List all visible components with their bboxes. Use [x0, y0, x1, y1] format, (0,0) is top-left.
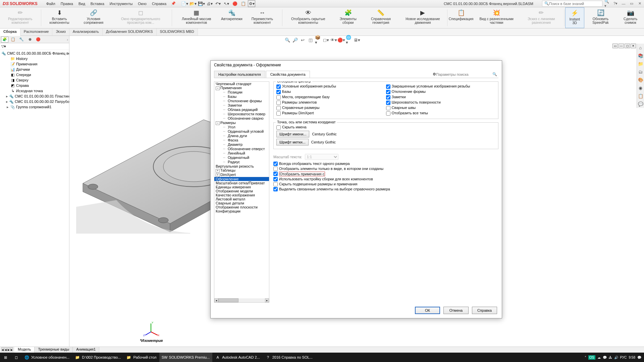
settings-tree-item[interactable]: Оформление [214, 177, 269, 181]
appearances-icon[interactable]: ◉ [637, 84, 644, 92]
ok-button[interactable]: ОК [415, 307, 440, 314]
taskbar-item[interactable]: 🌐Условное обозначен... [21, 353, 72, 362]
settings-tree-item[interactable]: ┈Базы [214, 95, 269, 99]
home-icon[interactable]: ⌂ [637, 44, 644, 52]
custom-props-icon[interactable]: 📋 [637, 92, 644, 100]
checkbox-input[interactable] [273, 167, 278, 171]
settings-tree-item[interactable]: −Примечания [214, 86, 269, 90]
settings-tree-item[interactable]: ┈Длина дуги [214, 134, 269, 138]
resources-icon[interactable]: 📚 [637, 52, 644, 60]
settings-tree-item[interactable]: ┈Ординатный угловой [214, 129, 269, 134]
ribbon-btn-7[interactable]: 👁Отобразить скрытые компоненты [283, 7, 333, 28]
option-checkbox[interactable]: Всегда отображать текст одного размера [273, 161, 498, 166]
settings-tree-item[interactable]: ┈Облака редакций [214, 108, 269, 112]
expand-arrow-icon[interactable]: › [67, 38, 68, 42]
tree-expand-icon[interactable]: + [216, 169, 220, 173]
settings-tree-item[interactable]: Листовой металл [214, 197, 269, 201]
tab-doc-properties[interactable]: Свойства документа [266, 71, 310, 78]
tray-cloud-icon[interactable]: ☁ [597, 356, 601, 359]
forum-icon[interactable]: 💬 [637, 100, 644, 108]
display-style-icon[interactable]: ◻▾ [323, 37, 329, 43]
dialog-search[interactable]: ⚙ 🔍 [431, 72, 498, 77]
scroll-right-icon[interactable]: ▸ [265, 298, 269, 302]
settings-tree-item[interactable]: ┈Обозначение отверст [214, 147, 269, 151]
bottom-tab-2[interactable]: Анимация1 [73, 347, 99, 353]
settings-tree-item[interactable]: −Размеры [214, 121, 269, 125]
knowledge-search[interactable]: 🔍 [542, 1, 602, 7]
settings-tree-item[interactable]: Единицы измерения [214, 185, 269, 189]
hide-names-checkbox[interactable]: Скрыть имена [276, 125, 495, 130]
property-tab-icon[interactable]: 📋 [9, 37, 17, 43]
checkbox-input[interactable] [273, 177, 278, 181]
filter-checkbox[interactable]: Сварные швы [386, 105, 496, 111]
settings-tree-item[interactable]: ┈Радиус [214, 160, 269, 164]
tab-2[interactable]: Эскиз [52, 28, 69, 36]
expand-icon[interactable]: ▸ [6, 105, 9, 109]
tree-expand-icon[interactable]: − [216, 86, 220, 90]
option-checkbox[interactable]: Отобразить элементы только в виде, в кот… [273, 166, 498, 171]
tree-expand-icon[interactable]: + [216, 173, 220, 177]
taskbar-item[interactable]: SWSOLIDWORKS Premiu... [159, 353, 213, 362]
search-input[interactable] [549, 2, 600, 6]
tree-hscrollbar[interactable]: ◂ ▸ [214, 298, 269, 302]
prev-view-icon[interactable]: ↩ [300, 37, 306, 43]
checkbox-input[interactable] [386, 101, 390, 105]
tree-item[interactable]: 📁History [0, 56, 69, 61]
settings-tree-item[interactable]: +Таблицы [214, 168, 269, 173]
option-checkbox[interactable]: Скрыть подвешенные размеры и примечания [273, 182, 498, 187]
filter-checkbox[interactable]: Места, определяющие базу [276, 95, 386, 100]
checkbox-input[interactable] [386, 106, 390, 110]
dialog-search-input[interactable] [436, 72, 492, 76]
tree-item[interactable]: ▸🔩СМС 01.01.00.00.00.02 Патрубок<1> (По [0, 99, 69, 104]
checkbox-input[interactable] [276, 101, 281, 105]
tray-notifications-icon[interactable]: 💬 [637, 356, 641, 359]
bottom-tab-1[interactable]: Трехмерные виды [35, 347, 73, 353]
taskbar-item[interactable]: 📁D:\002 Производство... [72, 353, 123, 362]
filter-checkbox[interactable]: Заметки [386, 95, 496, 100]
ribbon-btn-6[interactable]: ↔Переместить компонент [243, 7, 281, 28]
filter-checkbox[interactable]: Шероховатость поверхности [386, 100, 496, 105]
tray-time[interactable]: 9:58 [629, 356, 635, 359]
undo-icon[interactable]: ↶▾ [214, 0, 222, 7]
tab-3[interactable]: Анализировать [69, 28, 103, 36]
settings-tree-item[interactable]: Отображение модели [214, 189, 269, 193]
tab-0[interactable]: Сборка [0, 28, 20, 36]
cancel-button[interactable]: Отмена [443, 307, 469, 314]
checkbox-input[interactable] [386, 111, 390, 116]
taskbar-item[interactable]: 📁Рабочий стол [123, 353, 159, 362]
filter-checkbox[interactable]: Условные изображения резьбы [276, 84, 386, 89]
pin-icon[interactable]: 📌 [171, 1, 176, 6]
settings-tree-item[interactable]: Отображение плоскости [214, 205, 269, 209]
settings-tree-item[interactable]: ┈Линейный [214, 151, 269, 156]
close-icon[interactable]: ✕ [637, 1, 643, 7]
tree-item[interactable]: 📊Датчики [0, 67, 69, 72]
checkbox-input[interactable] [276, 111, 281, 116]
search-dropdown-icon[interactable]: 🔍▾ [604, 1, 610, 7]
ribbon-btn-16[interactable]: 📷Сделать снимок [617, 7, 644, 28]
tab-scroll-arrows[interactable]: ◂◂▸▸ [0, 347, 14, 353]
menu-файл[interactable]: Файл [44, 1, 58, 7]
settings-tree-item[interactable]: ┈Шероховатости повер [214, 112, 269, 116]
ribbon-btn-15[interactable]: 🔄Обновить SpeedPak [584, 7, 617, 28]
ribbon-btn-14[interactable]: ⚡Instant 3D [565, 7, 584, 28]
filter-checkbox[interactable]: Отклонение формы [386, 89, 496, 95]
tray-volume-icon[interactable]: 🔊 [614, 356, 618, 359]
option-checkbox[interactable]: Отобразить примечания с [273, 171, 498, 177]
settings-tree-item[interactable]: ┈Фаска [214, 138, 269, 142]
tree-item[interactable]: ↳Исходная точка [0, 88, 69, 94]
vp-restore-icon[interactable]: ▭ [612, 44, 618, 48]
display-tab-icon[interactable]: ⊕ [26, 37, 34, 43]
tray-app-icon[interactable]: OS [588, 355, 595, 360]
help-button[interactable]: Справка [472, 307, 497, 314]
ribbon-btn-12[interactable]: 💥Вид с разнесенными частями [474, 7, 519, 28]
select-icon[interactable]: ↖▾ [223, 0, 230, 7]
name-font-button[interactable]: Шрифт имени... [276, 131, 309, 137]
ribbon-btn-4[interactable]: ▦Линейный массив компонентов [173, 7, 220, 28]
checkbox-input[interactable] [276, 95, 281, 100]
settings-icon[interactable]: ⚙▾ [248, 0, 255, 7]
section-icon[interactable]: ◫ [307, 37, 314, 43]
tab-user-settings[interactable]: Настройки пользователя [214, 71, 265, 78]
tree-root[interactable]: 🔩СМС 01.01.00.00.00.00СБ Фланец верхний … [0, 51, 69, 56]
new-icon[interactable]: 📄▾ [181, 0, 188, 7]
menu-вид[interactable]: Вид [76, 1, 88, 7]
